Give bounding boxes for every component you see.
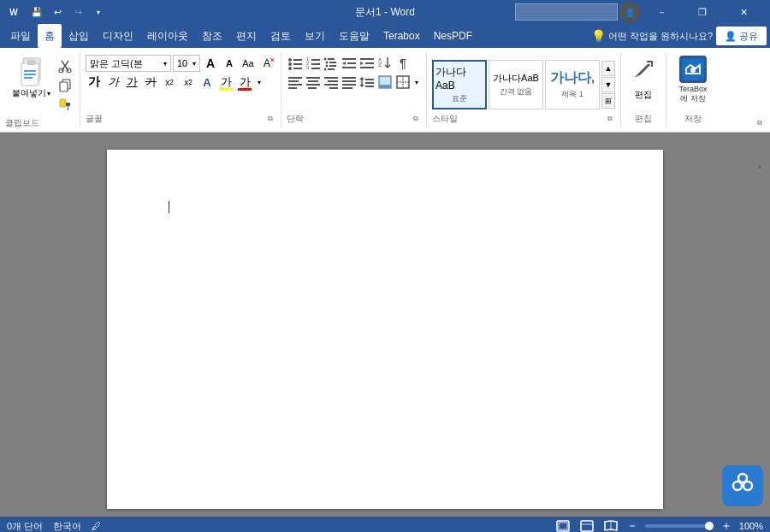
text-effect-button[interactable]: A [198,74,216,91]
save-button[interactable]: 💾 [27,3,46,21]
menu-bar: 파일 홈 삽입 디자인 레이아웃 참조 편지 검토 보기 도움말 Terabox… [0,24,770,48]
close-button[interactable]: ✕ [724,0,763,24]
style-normal-preview: 가나다AaB [435,65,483,92]
strikethrough-button[interactable]: 가 [142,74,159,91]
styles-scroll-up[interactable]: ▲ [601,61,615,76]
read-mode-button[interactable] [602,519,619,532]
subscript-button[interactable]: x2 [161,74,178,91]
menu-item-mailings[interactable]: 편지 [229,24,264,48]
highlight-button[interactable]: 가 [217,74,234,91]
font-expand[interactable]: ⧉ [265,114,275,124]
numbering-button[interactable]: 1.2.3. [305,55,322,72]
font-name-arrow: ▾ [163,60,167,68]
redo-button[interactable]: ↪ [68,3,87,21]
user-avatar[interactable]: 👤 [619,2,640,22]
word-icon: W [7,5,21,19]
format-painter-button[interactable] [56,96,74,115]
menu-item-view[interactable]: 보기 [298,24,332,48]
borders-arrow[interactable]: ▾ [412,74,421,91]
font-color-arrow[interactable]: ▾ [255,74,264,91]
tell-me-box[interactable]: 💡 어떤 작업을 원하시나요? [591,29,713,43]
increase-indent-button[interactable] [358,55,376,72]
document-page[interactable] [107,150,663,509]
undo-button[interactable]: ↩ [48,3,67,21]
print-layout-button[interactable] [554,519,572,532]
restore-button[interactable]: ❐ [683,0,722,24]
menu-item-review[interactable]: 검토 [264,24,298,48]
styles-label: 스타일 [432,111,458,127]
sort-button[interactable]: AZ [376,55,394,72]
style-heading1[interactable]: 가나다, 제목 1 [545,60,600,109]
svg-rect-63 [379,85,391,88]
cut-button[interactable] [56,56,74,75]
zoom-slider[interactable] [645,524,714,528]
font-shrink-button[interactable]: A [221,55,238,72]
font-name-dropdown[interactable]: 맑은 고딕(본 ▾ [86,55,171,72]
bold-button[interactable]: 가 [86,74,103,91]
menu-item-insert[interactable]: 삽입 [62,24,96,48]
copy-button[interactable] [56,76,74,95]
paste-dropdown-arrow[interactable]: ▾ [47,90,50,98]
style-no-spacing[interactable]: 가나다AaB 간격 없음 [489,60,543,109]
terabox-save-button[interactable]: TeraBox에 저장 [672,55,714,104]
svg-point-25 [324,58,327,61]
style-normal[interactable]: 가나다AaB 표준 [432,60,487,109]
font-group-label: 글꼴 [86,111,103,127]
multilevel-list-button[interactable] [323,55,340,72]
clear-format-button[interactable]: A✕ [258,55,275,72]
clipboard-expand[interactable]: ⧉ [755,118,765,128]
menu-item-terabox[interactable]: Terabox [376,24,427,48]
terabox-overlay-button[interactable] [722,465,763,506]
align-right-button[interactable] [323,74,340,91]
svg-rect-12 [60,99,66,107]
ribbon-collapse-button[interactable]: ▲ [753,161,767,171]
svg-marker-38 [360,62,364,65]
editing-button[interactable]: 편집 [626,55,660,104]
terabox-icon [679,56,707,83]
terabox-group: TeraBox에 저장 저장 [666,51,720,128]
font-size-dropdown[interactable]: 10 ▾ [173,55,200,72]
italic-button[interactable]: 가 [104,74,121,91]
underline-button[interactable]: 가 [123,74,140,91]
share-button[interactable]: 👤 공유 [716,27,767,45]
bullets-button[interactable] [287,55,304,72]
font-color-button[interactable]: 가 [236,74,253,91]
menu-item-help[interactable]: 도움말 [332,24,376,48]
styles-more[interactable]: ⊞ [601,93,615,109]
show-hide-button[interactable]: ¶ [394,55,412,72]
justify-button[interactable] [341,74,358,91]
superscript-button[interactable]: x2 [180,74,197,91]
menu-item-nespdf[interactable]: NesPDF [427,24,479,48]
minimize-button[interactable]: － [642,0,681,24]
menu-item-layout[interactable]: 레이아웃 [140,24,195,48]
search-input[interactable] [515,3,618,21]
quick-save-area: 💾 ↩ ↪ ▾ [27,3,108,21]
style-no-spacing-label: 간격 없음 [500,86,533,98]
menu-item-references[interactable]: 참조 [195,24,229,48]
web-layout-button[interactable] [578,519,595,532]
styles-expand[interactable]: ⧉ [605,114,615,124]
align-center-button[interactable] [305,74,322,91]
svg-rect-18 [293,68,302,69]
align-left-button[interactable] [287,74,304,91]
shading-button[interactable] [376,74,394,91]
font-grow-button[interactable]: A [202,55,219,72]
menu-item-design[interactable]: 디자인 [96,24,140,48]
zoom-thumb[interactable] [705,522,714,530]
svg-rect-32 [328,68,335,70]
paragraph-expand[interactable]: ⧉ [411,114,421,124]
menu-item-home[interactable]: 홈 [38,24,62,48]
paste-button[interactable]: 붙여넣기 ▾ [9,55,54,115]
change-case-button[interactable]: Aa [240,55,257,72]
borders-button[interactable] [394,74,412,91]
svg-point-17 [288,67,292,70]
svg-rect-51 [324,77,338,79]
quick-access-dropdown[interactable]: ▾ [89,3,108,21]
decrease-indent-button[interactable] [341,55,358,72]
zoom-minus[interactable]: － [626,518,638,532]
zoom-plus[interactable]: ＋ [720,518,732,532]
styles-scroll-down[interactable]: ▼ [601,77,615,92]
menu-item-file[interactable]: 파일 [3,24,38,48]
line-spacing-button[interactable] [358,74,376,91]
svg-rect-4 [27,60,36,65]
